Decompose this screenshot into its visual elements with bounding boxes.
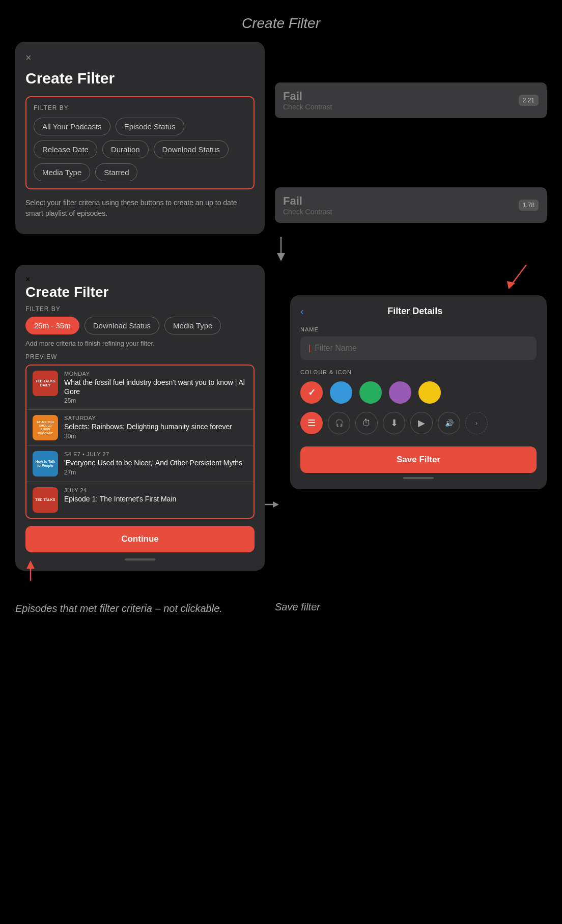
lower-right-col: ‹ Filter Details NAME | Filter Name COLO… — [280, 265, 547, 591]
bottom-filter-chips: 25m - 35m Download Status Media Type — [25, 317, 255, 334]
svg-marker-5 — [273, 501, 279, 508]
filter-by-section: FILTER BY All Your Podcasts Episode Stat… — [25, 96, 255, 189]
episode-info-3: S4 E7 • JULY 27 'Everyone Used to be Nic… — [64, 451, 247, 475]
icon-play[interactable]: ▶ — [410, 412, 433, 434]
episode-info-4: JULY 24 Episode 1: The Internet's First … — [64, 487, 247, 505]
icon-clock[interactable]: ⏱ — [355, 412, 378, 434]
episode-day-4: JULY 24 — [64, 487, 247, 493]
chip-all-podcasts[interactable]: All Your Podcasts — [34, 118, 110, 135]
right-col-top: Fail Check Contrast 2.21 Fail Check Cont… — [265, 42, 547, 234]
home-indicator-right — [403, 477, 434, 479]
episode-day-1: MONDAY — [64, 371, 247, 377]
add-more-hint: Add more criteria to finish refining you… — [25, 340, 255, 347]
chip-release-date[interactable]: Release Date — [34, 141, 97, 158]
bottom-heading: Create Filter — [25, 284, 255, 300]
icon-row: ☰ 🎧 ⏱ ⬇ ▶ 🔊 › — [300, 412, 537, 434]
icon-download[interactable]: ⬇ — [383, 412, 405, 434]
chip-bottom-media-type[interactable]: Media Type — [164, 317, 221, 334]
preview-list: TED TALKS DAILY MONDAY What the fossil f… — [25, 365, 255, 519]
episode-day-3: S4 E7 • JULY 27 — [64, 451, 247, 457]
save-filter-button[interactable]: Save Filter — [300, 446, 537, 473]
chip-bottom-download-status[interactable]: Download Status — [85, 317, 159, 334]
color-blue[interactable] — [330, 381, 352, 404]
name-input-field[interactable]: | Filter Name — [300, 337, 537, 360]
svg-marker-1 — [277, 253, 285, 261]
episode-day-2: SATURDAY — [64, 415, 247, 421]
fail-badge-2: Fail Check Contrast 1.78 — [275, 187, 547, 223]
episode-duration-1: 25m — [64, 397, 247, 404]
filter-details-panel: ‹ Filter Details NAME | Filter Name COLO… — [290, 295, 547, 489]
chip-episode-status[interactable]: Episode Status — [116, 118, 184, 135]
bottom-create-filter-card: × Create Filter FILTER BY 25m - 35m Down… — [15, 265, 265, 571]
fail-badge-1: Fail Check Contrast 2.21 — [275, 82, 547, 118]
name-label: NAME — [300, 326, 537, 332]
episode-item-2: STUFF YOU SHOULD KNOW PODCAST SATURDAY S… — [26, 410, 254, 446]
bottom-label-right: Save filter — [265, 601, 547, 615]
episode-thumb-4: TED TALKS — [33, 487, 58, 513]
bottom-close-button[interactable]: × — [25, 275, 30, 284]
episode-thumb-1: TED TALKS DAILY — [33, 371, 58, 396]
colour-icon-label: COLOUR & ICON — [300, 369, 537, 375]
chip-media-type[interactable]: Media Type — [34, 163, 90, 181]
lower-left-col: × Create Filter FILTER BY 25m - 35m Down… — [15, 265, 265, 591]
filter-hint: Select your filter criteria using these … — [25, 198, 255, 219]
fail-score-1: 2.21 — [519, 95, 539, 106]
fail-sublabel-2: Check Contrast — [283, 208, 332, 216]
episode-title-2: Selects: Rainbows: Delighting humanity s… — [64, 422, 247, 431]
fail-score-2: 1.78 — [519, 200, 539, 211]
icon-more[interactable]: › — [465, 412, 488, 434]
fail-label-1: Fail — [283, 90, 332, 103]
color-red[interactable] — [300, 381, 323, 404]
chip-duration[interactable]: Duration — [102, 141, 149, 158]
filter-by-label: FILTER BY — [34, 104, 246, 111]
episode-duration-2: 30m — [64, 433, 247, 440]
panel-header: ‹ Filter Details — [300, 305, 537, 317]
preview-label: PREVIEW — [25, 353, 255, 360]
top-close-button[interactable]: × — [25, 52, 255, 64]
episode-info-2: SATURDAY Selects: Rainbows: Delighting h… — [64, 415, 247, 439]
name-placeholder: Filter Name — [315, 344, 357, 353]
bottom-label-left: Episodes that met filter criteria – not … — [15, 601, 265, 615]
fail-sublabel-1: Check Contrast — [283, 103, 332, 111]
svg-line-6 — [511, 265, 526, 285]
bottom-filter-by-label: FILTER BY — [25, 305, 255, 313]
episode-title-4: Episode 1: The Internet's First Main — [64, 494, 247, 503]
episode-duration-3: 27m — [64, 469, 247, 476]
panel-title: Filter Details — [308, 306, 522, 317]
color-green[interactable] — [359, 381, 382, 404]
episode-title-1: What the fossil fuel industry doesn't wa… — [64, 378, 247, 396]
episode-thumb-3: How to Talk to People — [33, 451, 58, 477]
episode-info-1: MONDAY What the fossil fuel industry doe… — [64, 371, 247, 404]
chip-starred[interactable]: Starred — [95, 163, 137, 181]
arrow-right — [265, 417, 280, 591]
episode-item-3: How to Talk to People S4 E7 • JULY 27 'E… — [26, 446, 254, 482]
continue-button[interactable]: Continue — [25, 526, 255, 552]
color-yellow[interactable] — [418, 381, 441, 404]
fail-label-2: Fail — [283, 194, 332, 208]
icon-list[interactable]: ☰ — [300, 412, 323, 434]
home-indicator — [125, 558, 155, 561]
filter-chips-container: All Your Podcasts Episode Status Release… — [34, 118, 246, 181]
episode-title-3: 'Everyone Used to be Nicer,' And Other P… — [64, 458, 247, 467]
chip-download-status[interactable]: Download Status — [154, 141, 229, 158]
episode-thumb-2: STUFF YOU SHOULD KNOW PODCAST — [33, 415, 58, 440]
panel-back-button[interactable]: ‹ — [300, 305, 304, 317]
color-circles — [300, 381, 537, 404]
page-title: Create Filter — [0, 0, 562, 42]
svg-marker-3 — [26, 561, 35, 569]
color-purple[interactable] — [389, 381, 411, 404]
cursor-icon: | — [308, 344, 311, 353]
episode-item-1: TED TALKS DAILY MONDAY What the fossil f… — [26, 366, 254, 410]
icon-headphone[interactable]: 🎧 — [328, 412, 350, 434]
top-heading: Create Filter — [25, 70, 255, 87]
top-create-filter-card: × Create Filter FILTER BY All Your Podca… — [15, 42, 265, 234]
episode-item-4: TED TALKS JULY 24 Episode 1: The Interne… — [26, 482, 254, 518]
arrow-down — [0, 237, 562, 262]
icon-speaker[interactable]: 🔊 — [438, 412, 460, 434]
chip-duration-range[interactable]: 25m - 35m — [25, 317, 79, 334]
